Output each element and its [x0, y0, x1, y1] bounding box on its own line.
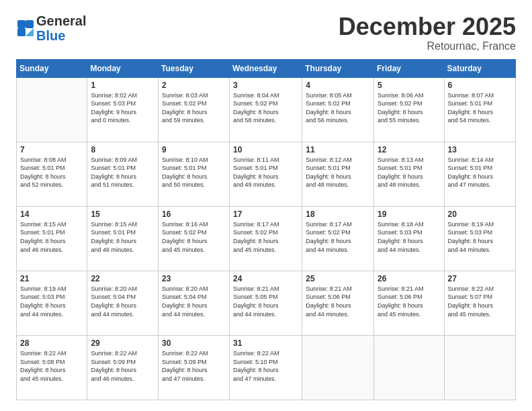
calendar-cell: 17Sunrise: 8:17 AM Sunset: 5:02 PM Dayli…	[229, 206, 302, 271]
day-number: 7	[20, 145, 83, 154]
calendar-cell: 27Sunrise: 8:22 AM Sunset: 5:07 PM Dayli…	[444, 271, 515, 335]
day-detail: Sunrise: 8:22 AM Sunset: 5:09 PM Dayligh…	[162, 349, 226, 383]
day-detail: Sunrise: 8:13 AM Sunset: 5:01 PM Dayligh…	[378, 156, 441, 189]
day-number: 29	[91, 338, 154, 348]
calendar-cell: 7Sunrise: 8:08 AM Sunset: 5:01 PM Daylig…	[17, 142, 87, 206]
calendar-cell: 26Sunrise: 8:21 AM Sunset: 5:06 PM Dayli…	[373, 271, 444, 335]
day-detail: Sunrise: 8:18 AM Sunset: 5:03 PM Dayligh…	[378, 220, 441, 254]
weekday-header-row: SundayMondayTuesdayWednesdayThursdayFrid…	[17, 59, 516, 77]
calendar-week-3: 14Sunrise: 8:15 AM Sunset: 5:01 PM Dayli…	[17, 206, 516, 271]
day-number: 8	[91, 145, 154, 154]
calendar-week-2: 7Sunrise: 8:08 AM Sunset: 5:01 PM Daylig…	[17, 142, 516, 206]
day-number: 3	[233, 81, 298, 90]
calendar-cell: 19Sunrise: 8:18 AM Sunset: 5:03 PM Dayli…	[373, 206, 444, 271]
day-detail: Sunrise: 8:06 AM Sunset: 5:02 PM Dayligh…	[378, 91, 441, 125]
day-number: 21	[20, 274, 83, 283]
day-number: 5	[378, 81, 441, 90]
weekday-header-sunday: Sunday	[17, 59, 87, 77]
day-number: 14	[20, 210, 83, 219]
svg-marker-3	[26, 28, 34, 36]
day-number: 18	[306, 210, 370, 219]
day-number: 30	[162, 338, 226, 348]
calendar-cell: 13Sunrise: 8:14 AM Sunset: 5:01 PM Dayli…	[444, 142, 515, 206]
day-detail: Sunrise: 8:17 AM Sunset: 5:02 PM Dayligh…	[233, 220, 298, 254]
day-detail: Sunrise: 8:09 AM Sunset: 5:01 PM Dayligh…	[91, 156, 154, 189]
location-subtitle: Retournac, France	[339, 40, 516, 52]
day-number: 27	[448, 274, 512, 283]
day-number: 15	[91, 210, 154, 219]
day-detail: Sunrise: 8:12 AM Sunset: 5:01 PM Dayligh…	[306, 156, 370, 189]
day-detail: Sunrise: 8:19 AM Sunset: 5:03 PM Dayligh…	[20, 285, 83, 318]
calendar-cell: 25Sunrise: 8:21 AM Sunset: 5:06 PM Dayli…	[302, 271, 374, 335]
day-detail: Sunrise: 8:17 AM Sunset: 5:02 PM Dayligh…	[306, 220, 370, 254]
svg-rect-1	[26, 20, 34, 28]
day-detail: Sunrise: 8:16 AM Sunset: 5:02 PM Dayligh…	[162, 220, 226, 254]
day-number: 13	[448, 145, 512, 154]
day-number: 1	[91, 81, 154, 90]
calendar-cell: 30Sunrise: 8:22 AM Sunset: 5:09 PM Dayli…	[159, 335, 230, 400]
day-number: 26	[378, 274, 441, 283]
calendar-week-4: 21Sunrise: 8:19 AM Sunset: 5:03 PM Dayli…	[17, 271, 516, 335]
day-number: 4	[306, 81, 370, 90]
day-detail: Sunrise: 8:05 AM Sunset: 5:02 PM Dayligh…	[306, 91, 370, 125]
calendar-cell: 8Sunrise: 8:09 AM Sunset: 5:01 PM Daylig…	[87, 142, 159, 206]
page-header: General Blue December 2025 Retournac, Fr…	[16, 13, 516, 52]
day-number: 23	[162, 274, 226, 283]
day-number: 16	[162, 210, 226, 219]
calendar-cell: 18Sunrise: 8:17 AM Sunset: 5:02 PM Dayli…	[302, 206, 374, 271]
day-number: 9	[162, 145, 226, 154]
calendar-week-1: 1Sunrise: 8:02 AM Sunset: 5:03 PM Daylig…	[17, 77, 516, 142]
calendar-cell: 11Sunrise: 8:12 AM Sunset: 5:01 PM Dayli…	[302, 142, 374, 206]
day-detail: Sunrise: 8:21 AM Sunset: 5:06 PM Dayligh…	[378, 285, 441, 318]
day-number: 11	[306, 145, 370, 154]
calendar-cell: 9Sunrise: 8:10 AM Sunset: 5:01 PM Daylig…	[159, 142, 230, 206]
day-detail: Sunrise: 8:21 AM Sunset: 5:05 PM Dayligh…	[233, 285, 298, 318]
calendar-cell	[373, 335, 444, 400]
day-detail: Sunrise: 8:19 AM Sunset: 5:03 PM Dayligh…	[448, 220, 512, 254]
calendar-cell: 16Sunrise: 8:16 AM Sunset: 5:02 PM Dayli…	[159, 206, 230, 271]
day-number: 25	[306, 274, 370, 283]
calendar-cell: 10Sunrise: 8:11 AM Sunset: 5:01 PM Dayli…	[229, 142, 302, 206]
day-detail: Sunrise: 8:03 AM Sunset: 5:02 PM Dayligh…	[162, 91, 226, 125]
day-detail: Sunrise: 8:22 AM Sunset: 5:09 PM Dayligh…	[91, 349, 154, 383]
month-title: December 2025	[339, 13, 516, 40]
calendar-cell	[444, 335, 515, 400]
day-number: 12	[378, 145, 441, 154]
day-detail: Sunrise: 8:22 AM Sunset: 5:07 PM Dayligh…	[448, 285, 512, 318]
logo-general: General	[36, 13, 86, 28]
day-number: 31	[233, 338, 298, 348]
day-detail: Sunrise: 8:22 AM Sunset: 5:08 PM Dayligh…	[20, 349, 83, 383]
day-number: 2	[162, 81, 226, 90]
calendar-cell: 3Sunrise: 8:04 AM Sunset: 5:02 PM Daylig…	[229, 77, 302, 142]
day-detail: Sunrise: 8:22 AM Sunset: 5:10 PM Dayligh…	[233, 349, 298, 383]
day-detail: Sunrise: 8:07 AM Sunset: 5:01 PM Dayligh…	[448, 91, 512, 125]
weekday-header-thursday: Thursday	[302, 59, 374, 77]
calendar-cell: 4Sunrise: 8:05 AM Sunset: 5:02 PM Daylig…	[302, 77, 374, 142]
day-number: 17	[233, 210, 298, 219]
day-number: 28	[20, 338, 83, 348]
weekday-header-tuesday: Tuesday	[159, 59, 230, 77]
day-detail: Sunrise: 8:20 AM Sunset: 5:04 PM Dayligh…	[162, 285, 226, 318]
day-detail: Sunrise: 8:04 AM Sunset: 5:02 PM Dayligh…	[233, 91, 298, 125]
calendar-cell: 28Sunrise: 8:22 AM Sunset: 5:08 PM Dayli…	[17, 335, 87, 400]
day-number: 10	[233, 145, 298, 154]
calendar-cell: 6Sunrise: 8:07 AM Sunset: 5:01 PM Daylig…	[444, 77, 515, 142]
calendar-cell: 1Sunrise: 8:02 AM Sunset: 5:03 PM Daylig…	[87, 77, 159, 142]
day-detail: Sunrise: 8:15 AM Sunset: 5:01 PM Dayligh…	[91, 220, 154, 254]
calendar-cell: 31Sunrise: 8:22 AM Sunset: 5:10 PM Dayli…	[229, 335, 302, 400]
calendar-cell: 14Sunrise: 8:15 AM Sunset: 5:01 PM Dayli…	[17, 206, 87, 271]
calendar-cell: 2Sunrise: 8:03 AM Sunset: 5:02 PM Daylig…	[159, 77, 230, 142]
calendar-cell: 24Sunrise: 8:21 AM Sunset: 5:05 PM Dayli…	[229, 271, 302, 335]
calendar-body: 1Sunrise: 8:02 AM Sunset: 5:03 PM Daylig…	[17, 77, 516, 400]
day-detail: Sunrise: 8:08 AM Sunset: 5:01 PM Dayligh…	[20, 156, 83, 189]
title-area: December 2025 Retournac, France	[339, 13, 516, 52]
calendar-cell: 5Sunrise: 8:06 AM Sunset: 5:02 PM Daylig…	[373, 77, 444, 142]
day-detail: Sunrise: 8:15 AM Sunset: 5:01 PM Dayligh…	[20, 220, 83, 254]
day-number: 20	[448, 210, 512, 219]
calendar-cell: 15Sunrise: 8:15 AM Sunset: 5:01 PM Dayli…	[87, 206, 159, 271]
calendar-cell: 20Sunrise: 8:19 AM Sunset: 5:03 PM Dayli…	[444, 206, 515, 271]
weekday-header-saturday: Saturday	[444, 59, 515, 77]
day-detail: Sunrise: 8:10 AM Sunset: 5:01 PM Dayligh…	[162, 156, 226, 189]
calendar-week-5: 28Sunrise: 8:22 AM Sunset: 5:08 PM Dayli…	[17, 335, 516, 400]
day-number: 6	[448, 81, 512, 90]
